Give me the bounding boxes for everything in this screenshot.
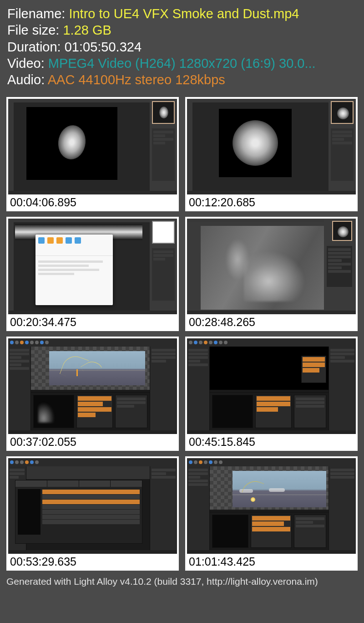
thumbnail-2: 00:12:20.685 xyxy=(185,97,358,211)
thumbnail-grid: 00:04:06.895 00:12:20.685 xyxy=(0,97,364,571)
video-label: Video: xyxy=(7,56,45,71)
thumbnail-3-image xyxy=(8,219,177,314)
thumbnail-5: 00:37:02.055 xyxy=(6,337,179,451)
thumbnail-8-timestamp: 01:01:43.425 xyxy=(187,554,356,569)
thumbnail-7-image xyxy=(8,458,177,554)
video-row: Video: MPEG4 Video (H264) 1280x720 (16:9… xyxy=(7,55,357,71)
audio-row: Audio: AAC 44100Hz stereo 128kbps xyxy=(7,71,357,88)
thumbnail-6: 00:45:15.845 xyxy=(185,337,358,451)
thumbnail-4-image xyxy=(187,219,356,314)
thumbnail-3: 00:20:34.475 xyxy=(6,217,179,331)
video-value: MPEG4 Video (H264) 1280x720 (16:9) 30.0.… xyxy=(48,56,316,71)
audio-value: AAC 44100Hz stereo 128kbps xyxy=(48,72,225,87)
file-info-panel: Filename: Intro to UE4 VFX Smoke and Dus… xyxy=(0,0,364,97)
thumbnail-6-timestamp: 00:45:15.845 xyxy=(187,434,356,449)
footer-text: Generated with Light Alloy v4.10.2 (buil… xyxy=(0,571,364,590)
thumbnail-7: 00:53:29.635 xyxy=(6,456,179,571)
thumbnail-5-timestamp: 00:37:02.055 xyxy=(8,434,177,449)
thumbnail-8: 01:01:43.425 xyxy=(185,456,358,571)
thumbnail-3-timestamp: 00:20:34.475 xyxy=(8,314,177,329)
filesize-label: File size: xyxy=(7,23,59,37)
duration-label: Duration: xyxy=(7,40,61,54)
filesize-value: 1.28 GB xyxy=(63,23,111,37)
audio-label: Audio: xyxy=(7,72,45,87)
filesize-row: File size: 1.28 GB xyxy=(7,22,357,38)
thumbnail-2-timestamp: 00:12:20.685 xyxy=(187,194,356,209)
filename-label: Filename: xyxy=(7,6,65,21)
thumbnail-1-image xyxy=(8,99,177,194)
thumbnail-1-timestamp: 00:04:06.895 xyxy=(8,194,177,209)
filename-value: Intro to UE4 VFX Smoke and Dust.mp4 xyxy=(69,6,299,21)
thumbnail-6-image xyxy=(187,338,356,434)
filename-row: Filename: Intro to UE4 VFX Smoke and Dus… xyxy=(7,5,357,22)
duration-value: 01:05:50.324 xyxy=(65,40,142,54)
duration-row: Duration: 01:05:50.324 xyxy=(7,39,357,55)
thumbnail-4: 00:28:48.265 xyxy=(185,217,358,331)
thumbnail-7-timestamp: 00:53:29.635 xyxy=(8,554,177,569)
thumbnail-4-timestamp: 00:28:48.265 xyxy=(187,314,356,329)
thumbnail-8-image xyxy=(187,458,356,554)
thumbnail-2-image xyxy=(187,99,356,194)
thumbnail-1: 00:04:06.895 xyxy=(6,97,179,211)
thumbnail-5-image xyxy=(8,338,177,434)
